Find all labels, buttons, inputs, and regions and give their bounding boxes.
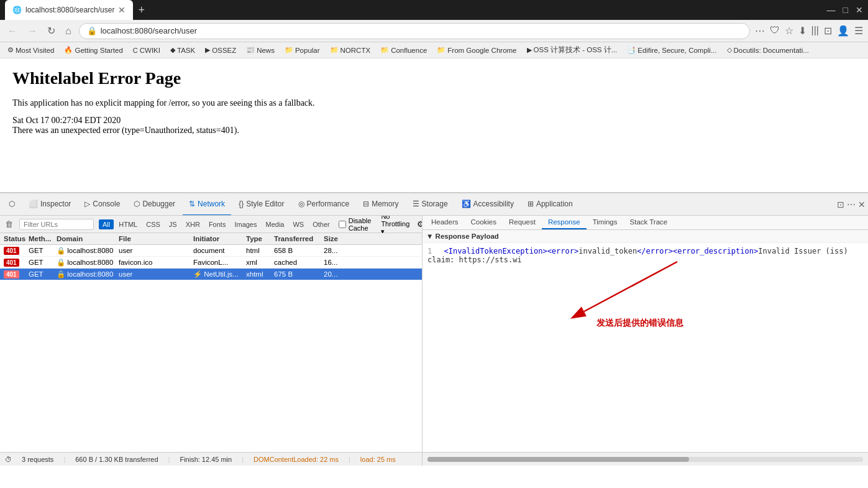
response-payload-label: ▼ Response Payload	[423, 230, 868, 243]
filter-tab-all[interactable]: All	[99, 219, 114, 229]
style-editor-label: Style Editor	[246, 200, 284, 208]
table-row[interactable]: 401 GET 🔒 localhost:8080 favicon.ico Fav…	[0, 257, 422, 269]
refresh-button[interactable]: ↻	[45, 24, 58, 38]
devtools-popout-icon[interactable]: ⊡	[837, 200, 844, 209]
clear-requests-button[interactable]: 🗑	[4, 218, 14, 230]
back-button[interactable]: ←	[5, 24, 20, 38]
bookmark-norctx[interactable]: 📁 NORCTX	[326, 45, 375, 55]
tab-response[interactable]: Response	[542, 216, 587, 229]
tab-performance[interactable]: ◎ Performance	[292, 193, 356, 216]
row-size: 16...	[324, 259, 352, 266]
profile-icon[interactable]: 👤	[837, 25, 849, 37]
minimize-button[interactable]: —	[827, 5, 836, 15]
tab-storage[interactable]: ☰ Storage	[406, 193, 454, 216]
devtools-panel: ⬡ ⬜ Inspector ▷ Console ⬡ Debugger ⇅ Net…	[0, 192, 868, 466]
download-icon[interactable]: ⬇	[798, 25, 806, 37]
filter-tab-css[interactable]: CSS	[142, 219, 164, 229]
menu-icon[interactable]: ☰	[854, 25, 863, 37]
bookmark-label: Popular	[295, 47, 320, 54]
new-tab-button[interactable]: +	[133, 2, 150, 18]
filter-tab-fonts[interactable]: Fonts	[205, 219, 230, 229]
home-button[interactable]: ⌂	[63, 24, 74, 38]
bookmark-confluence[interactable]: 📁 Confluence	[377, 45, 431, 55]
maximize-button[interactable]: □	[843, 5, 848, 15]
browser-tab[interactable]: 🌐 localhost:8080/search/user ✕	[5, 0, 133, 20]
bookmark-most-visited[interactable]: ⚙ Most Visited	[4, 45, 58, 55]
bookmark-from-google-chrome[interactable]: 📁 From Google Chrome	[433, 45, 520, 55]
filter-tab-media[interactable]: Media	[262, 219, 288, 229]
tab-request[interactable]: Request	[503, 216, 542, 229]
close-button[interactable]: ✕	[856, 5, 863, 15]
filter-tab-ws[interactable]: WS	[289, 219, 308, 229]
network-label: Network	[198, 200, 225, 208]
devtools-more-icon[interactable]: ⋯	[847, 200, 856, 209]
bookmark-label: Edifire, Secure, Compli...	[637, 47, 716, 54]
filter-tab-other[interactable]: Other	[309, 219, 334, 229]
bookmark-icon: 📁	[437, 46, 445, 54]
tab-console[interactable]: ▷ Console	[78, 193, 126, 216]
row-domain: 🔒 localhost:8080	[57, 258, 119, 267]
bookmark-edifire[interactable]: 📑 Edifire, Secure, Compli...	[623, 45, 720, 55]
row-type: xhtml	[246, 270, 274, 278]
tab-network[interactable]: ⇅ Network	[183, 193, 231, 216]
filter-tab-html[interactable]: HTML	[115, 219, 141, 229]
network-settings-icon[interactable]: ⚙	[417, 219, 423, 229]
tab-style-editor[interactable]: {} Style Editor	[232, 193, 290, 216]
filter-urls-input[interactable]	[19, 219, 94, 230]
request-toolbar: 🗑 All HTML CSS JS XHR Fonts Images Media…	[0, 216, 422, 233]
tab-cookies[interactable]: Cookies	[464, 216, 503, 229]
row-domain: 🔒 localhost:8080	[57, 270, 119, 279]
row-status: 401	[4, 247, 29, 255]
tab-stack-trace[interactable]: Stack Trace	[624, 216, 674, 229]
tab-debugger[interactable]: ⬡ Debugger	[127, 193, 181, 216]
bookmark-star-icon[interactable]: ☆	[785, 25, 793, 37]
bookmark-task[interactable]: ◆ TASK	[167, 45, 199, 55]
url-input[interactable]: 🔒 localhost:8080/search/user	[79, 23, 750, 39]
row-file: user	[119, 247, 193, 254]
tab-headers[interactable]: Headers	[425, 216, 464, 229]
size-text: 660 B / 1.30 KB transferred	[75, 456, 158, 463]
bookmark-oss[interactable]: ▶ OSS 计算技术 - OSS 计...	[523, 44, 621, 56]
bookmark-popular[interactable]: 📁 Popular	[281, 45, 324, 55]
scroll-area[interactable]	[423, 452, 868, 466]
tab-accessibility[interactable]: ♿ Accessibility	[455, 193, 520, 216]
tab-close-button[interactable]: ✕	[118, 5, 126, 15]
shield-icon: 🛡	[770, 25, 780, 37]
filter-tab-js[interactable]: JS	[165, 219, 181, 229]
col-header-size: Size	[324, 235, 352, 242]
tab-application[interactable]: ⊞ Application	[521, 193, 579, 216]
more-button[interactable]: ⋯	[755, 25, 765, 37]
tab-inspector[interactable]: ⬜ Inspector	[22, 193, 77, 216]
forward-button[interactable]: →	[25, 24, 40, 38]
console-icon: ▷	[85, 200, 90, 208]
network-status-bar: ⏱ 3 requests | 660 B / 1.30 KB transferr…	[0, 452, 422, 466]
bookmarks-bar: ⚙ Most Visited 🔥 Getting Started C CWIKI…	[0, 42, 868, 58]
row-file: user	[119, 270, 193, 278]
filter-tab-images[interactable]: Images	[231, 219, 260, 229]
memory-label: Memory	[372, 200, 398, 208]
tab-sync-icon[interactable]: ⊡	[824, 25, 832, 37]
bookmark-docutils[interactable]: ◇ Docutils: Documentati...	[723, 45, 813, 55]
bookmarks-icon[interactable]: |||	[811, 25, 819, 37]
filter-tab-xhr[interactable]: XHR	[182, 219, 204, 229]
bookmark-news[interactable]: 📰 News	[242, 45, 278, 55]
bookmark-icon: ◆	[170, 46, 175, 54]
row-domain: 🔒 localhost:8080	[57, 246, 119, 255]
tab-pick-element[interactable]: ⬡	[2, 193, 21, 216]
bookmark-cwiki[interactable]: C CWIKI	[129, 45, 164, 55]
storage-icon: ☰	[413, 200, 419, 208]
bookmark-ossez[interactable]: ▶ OSSEZ	[201, 45, 240, 55]
devtools-close-icon[interactable]: ✕	[858, 200, 866, 209]
performance-label: Performance	[307, 200, 350, 208]
pick-element-icon: ⬡	[9, 200, 15, 208]
bookmark-label: NORCTX	[340, 47, 371, 54]
table-row[interactable]: 401 GET 🔒 localhost:8080 user document h…	[0, 245, 422, 257]
tab-memory[interactable]: ⊟ Memory	[357, 193, 404, 216]
bookmark-label: Most Visited	[16, 47, 54, 54]
disable-cache-checkbox[interactable]	[339, 221, 346, 228]
scrollbar-track	[427, 457, 863, 462]
bookmark-getting-started[interactable]: 🔥 Getting Started	[60, 45, 126, 55]
table-row[interactable]: 401 GET 🔒 localhost:8080 user ⚡ NetUtil.…	[0, 269, 422, 280]
title-bar: 🌐 localhost:8080/search/user ✕ + — □ ✕	[0, 0, 868, 20]
tab-timings[interactable]: Timings	[587, 216, 624, 229]
